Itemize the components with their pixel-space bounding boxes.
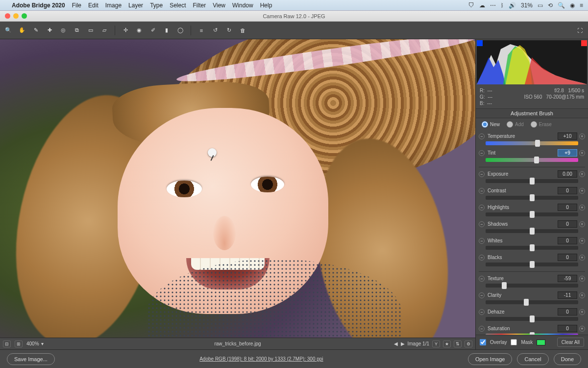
- overlay-checkbox[interactable]: [480, 339, 486, 345]
- temperature-thumb[interactable]: [535, 140, 540, 147]
- blacks-decrease-icon[interactable]: −: [479, 255, 485, 261]
- sync-icon[interactable]: ⟲: [548, 2, 553, 9]
- siri-icon[interactable]: ◉: [570, 2, 575, 9]
- whites-decrease-icon[interactable]: −: [479, 238, 485, 244]
- sync-icon[interactable]: ⇅: [454, 341, 462, 347]
- texture-increase-icon[interactable]: +: [579, 276, 585, 282]
- contrast-decrease-icon[interactable]: −: [479, 188, 485, 194]
- menu-type[interactable]: Type: [150, 2, 163, 9]
- red-eye-tool-icon[interactable]: ◉: [135, 26, 144, 35]
- menu-file[interactable]: File: [72, 2, 81, 9]
- blacks-thumb[interactable]: [530, 261, 535, 268]
- temperature-increase-icon[interactable]: +: [579, 133, 585, 139]
- spot-removal-tool-icon[interactable]: ✢: [121, 26, 130, 35]
- hand-tool-icon[interactable]: ✋: [18, 26, 26, 35]
- dehaze-thumb[interactable]: [530, 315, 535, 322]
- highlight-clip-icon[interactable]: [581, 40, 587, 46]
- wifi-icon[interactable]: ⧘: [501, 2, 504, 9]
- save-image-button[interactable]: Save Image...: [7, 353, 55, 365]
- window-maximize[interactable]: [22, 13, 27, 19]
- settings-icon[interactable]: ⚙: [465, 341, 472, 347]
- blacks-value[interactable]: 0: [558, 254, 577, 261]
- shadows-value[interactable]: 0: [558, 220, 577, 228]
- dehaze-value[interactable]: 0: [558, 308, 577, 315]
- tint-thumb[interactable]: [534, 157, 539, 163]
- menu-select[interactable]: Select: [170, 2, 186, 9]
- straighten-tool-icon[interactable]: ▭: [86, 26, 95, 35]
- rotate-ccw-tool-icon[interactable]: ↺: [211, 26, 220, 35]
- spotlight-icon[interactable]: 🔍: [558, 2, 565, 9]
- rotate-cw-tool-icon[interactable]: ↻: [224, 26, 233, 35]
- clarity-decrease-icon[interactable]: −: [479, 292, 485, 298]
- contrast-thumb[interactable]: [530, 194, 535, 201]
- adjustment-brush-tool-icon[interactable]: ✐: [148, 26, 157, 35]
- saturation-thumb[interactable]: [530, 332, 535, 335]
- temperature-value[interactable]: +10: [558, 132, 577, 140]
- zoom-value[interactable]: 400%: [26, 341, 39, 346]
- menu-image[interactable]: Image: [105, 2, 122, 9]
- highlights-slider[interactable]: [486, 212, 578, 216]
- menu-filter[interactable]: Filter: [193, 2, 206, 9]
- workflow-link[interactable]: Adobe RGB (1998); 8 bit; 2000 by 1333 (2…: [60, 356, 463, 362]
- target-adjust-tool-icon[interactable]: ◎: [59, 26, 68, 35]
- clarity-value[interactable]: -11: [558, 291, 577, 299]
- whites-slider[interactable]: [486, 246, 578, 250]
- saturation-slider[interactable]: [486, 334, 578, 335]
- image-canvas[interactable]: [0, 39, 475, 338]
- saturation-increase-icon[interactable]: +: [579, 326, 585, 332]
- menu-icon[interactable]: ≡: [580, 2, 583, 9]
- dehaze-slider[interactable]: [486, 317, 578, 321]
- contrast-slider[interactable]: [486, 196, 578, 200]
- mode-new[interactable]: New: [482, 121, 500, 128]
- exposure-thumb[interactable]: [530, 178, 535, 184]
- clear-all-button[interactable]: Clear All: [557, 338, 584, 347]
- menu-help[interactable]: Help: [260, 2, 272, 9]
- texture-thumb[interactable]: [502, 282, 507, 289]
- exposure-value[interactable]: 0.00: [558, 170, 577, 178]
- exposure-decrease-icon[interactable]: −: [479, 171, 485, 177]
- highlights-decrease-icon[interactable]: −: [479, 205, 485, 210]
- highlights-increase-icon[interactable]: +: [579, 205, 585, 210]
- clarity-thumb[interactable]: [524, 299, 529, 306]
- tint-increase-icon[interactable]: +: [579, 150, 585, 156]
- crop-tool-icon[interactable]: ⧉: [73, 26, 81, 35]
- tint-slider[interactable]: [486, 158, 578, 162]
- tint-decrease-icon[interactable]: −: [479, 150, 485, 156]
- exposure-increase-icon[interactable]: +: [579, 171, 585, 177]
- tint-value[interactable]: +9: [558, 149, 577, 157]
- menu-view[interactable]: View: [213, 2, 225, 9]
- contrast-value[interactable]: 0: [558, 187, 577, 194]
- prev-image-icon[interactable]: ◀: [394, 341, 398, 346]
- texture-value[interactable]: -59: [558, 275, 577, 282]
- next-image-icon[interactable]: ▶: [401, 341, 405, 346]
- brush-pin-icon[interactable]: [208, 148, 217, 157]
- dehaze-increase-icon[interactable]: +: [579, 309, 585, 315]
- shadow-clip-icon[interactable]: [477, 40, 483, 46]
- temperature-slider[interactable]: [486, 141, 578, 145]
- filter-icon[interactable]: Y: [432, 341, 440, 347]
- app-name[interactable]: Adobe Bridge 2020: [12, 2, 65, 9]
- clarity-increase-icon[interactable]: +: [579, 292, 585, 298]
- mask-color-swatch[interactable]: [537, 340, 545, 345]
- cloud-icon[interactable]: ☁: [479, 2, 485, 9]
- zoom-tool-icon[interactable]: 🔍: [4, 26, 13, 35]
- compare-icon[interactable]: ⊟: [3, 341, 11, 347]
- dehaze-decrease-icon[interactable]: −: [479, 309, 485, 315]
- histogram[interactable]: [477, 40, 587, 84]
- saturation-value[interactable]: 0: [558, 325, 577, 332]
- radial-filter-tool-icon[interactable]: ◯: [176, 26, 185, 35]
- grid-icon[interactable]: ⊞: [15, 341, 23, 347]
- menu-layer[interactable]: Layer: [128, 2, 143, 9]
- volume-icon[interactable]: 🔊: [509, 2, 516, 9]
- whites-increase-icon[interactable]: +: [579, 238, 585, 244]
- dots-icon[interactable]: ⋯: [490, 2, 496, 9]
- color-sampler-tool-icon[interactable]: ✚: [45, 26, 54, 35]
- blacks-increase-icon[interactable]: +: [579, 255, 585, 261]
- contrast-increase-icon[interactable]: +: [579, 188, 585, 194]
- texture-decrease-icon[interactable]: −: [479, 276, 485, 282]
- saturation-decrease-icon[interactable]: −: [479, 326, 485, 332]
- transform-tool-icon[interactable]: ▱: [100, 26, 109, 35]
- shadows-thumb[interactable]: [530, 228, 535, 235]
- exposure-slider[interactable]: [486, 179, 578, 183]
- mode-add[interactable]: Add: [507, 121, 524, 128]
